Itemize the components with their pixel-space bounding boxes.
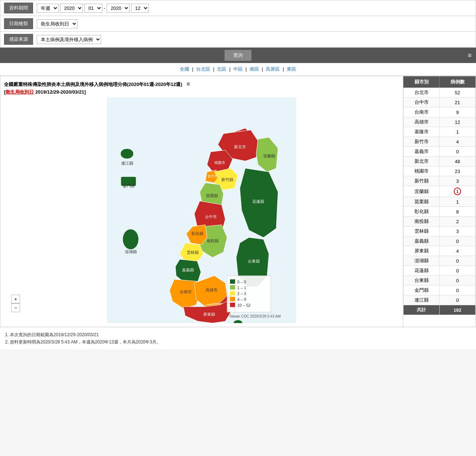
table-row: 桃園市23 (404, 166, 476, 176)
table-row: 澎湖縣0 (404, 256, 476, 266)
svg-text:2 – 3: 2 – 3 (237, 291, 246, 296)
date-type-select[interactable]: 衛生局收到日 發病日 (37, 19, 78, 28)
svg-point-1 (120, 149, 134, 159)
table-row: 新竹市4 (404, 137, 476, 147)
city-cell: 新竹縣 (404, 176, 440, 186)
map-title: 全國嚴重特殊傳染性肺炎本土病例及境外移入病例地理分佈(2020年01週-2020… (4, 80, 399, 96)
week-end-select[interactable]: 121110 (131, 4, 149, 13)
footnote-1: 1. 本次查詢的日期範圍為2019/12/29-2020/03/21 (5, 331, 471, 338)
period-row: 資料期間 年週 年月 202020192018 010203 - 2020201… (0, 0, 476, 16)
city-cell: 嘉義市 (404, 147, 440, 157)
dash: - (104, 5, 105, 11)
map-container: 連江縣 金門縣 澎湖縣 基隆市 新北市 宜蘭縣 (4, 97, 399, 323)
period-value: 年週 年月 202020192018 010203 - 202020192018… (37, 4, 149, 13)
source-row: 感染來源 本土病例及境外移入病例 本土病例 境外移入病例 (0, 32, 476, 47)
taiwan-map-svg[interactable]: 連江縣 金門縣 澎湖縣 基隆市 新北市 宜蘭縣 (4, 97, 399, 323)
nav-taipei-region[interactable]: 台北區 (196, 66, 210, 72)
svg-text:嘉義縣: 嘉義縣 (182, 268, 194, 272)
svg-text:連江縣: 連江縣 (121, 161, 133, 165)
count-cell: 0 (440, 276, 476, 286)
table-row: 高雄市12 (404, 117, 476, 127)
svg-text:花蓮縣: 花蓮縣 (252, 199, 264, 204)
nav-north[interactable]: 北區 (217, 66, 226, 72)
source-label: 感染來源 (4, 34, 33, 45)
svg-text:0 – 0: 0 – 0 (237, 280, 246, 284)
table-row: 連江縣0 (404, 295, 476, 305)
source-select[interactable]: 本土病例及境外移入病例 本土病例 境外移入病例 (37, 35, 101, 44)
zoom-out-button[interactable]: − (11, 303, 20, 312)
svg-text:雲林縣: 雲林縣 (187, 250, 199, 255)
svg-text:澎湖縣: 澎湖縣 (125, 249, 137, 254)
city-cell: 連江縣 (404, 295, 440, 305)
table-row: 嘉義市0 (404, 147, 476, 157)
svg-text:新竹縣: 新竹縣 (221, 177, 233, 182)
title-menu-icon[interactable]: ≡ (186, 81, 190, 87)
count-cell: 3 (440, 176, 476, 186)
count-cell: 0 (440, 236, 476, 246)
svg-text:10 – 52: 10 – 52 (237, 303, 251, 307)
count-cell: 23 (440, 166, 476, 176)
svg-text:苗栗縣: 苗栗縣 (206, 193, 218, 198)
count-cell: 52 (440, 88, 476, 98)
nav-all[interactable]: 全國 (180, 66, 189, 72)
svg-text:桃園市: 桃園市 (214, 161, 225, 165)
data-table: 縣市別 病例數 台北市52台中市21台南市9高雄市12基隆市1新竹市4嘉義市0新… (403, 76, 476, 315)
top-controls: 資料期間 年週 年月 202020192018 010203 - 2020201… (0, 0, 476, 48)
city-cell: 基隆市 (404, 127, 440, 137)
svg-rect-26 (230, 279, 235, 284)
city-cell: 台東縣 (404, 276, 440, 286)
table-row: 共計192 (404, 305, 476, 315)
count-cell: 4 (440, 137, 476, 147)
city-cell: 花蓮縣 (404, 266, 440, 276)
period-type-select[interactable]: 年週 年月 (37, 4, 59, 13)
table-row: 新北市48 (404, 157, 476, 166)
svg-point-5 (123, 229, 139, 249)
city-cell: 嘉義縣 (404, 236, 440, 246)
query-button[interactable]: 查詢 (225, 50, 251, 61)
city-cell: 金門縣 (404, 286, 440, 295)
hamburger-icon[interactable]: ≡ (468, 52, 472, 59)
table-row: 南投縣2 (404, 217, 476, 227)
city-cell: 新竹市 (404, 137, 440, 147)
table-header-row: 縣市別 病例數 (404, 76, 476, 88)
city-cell: 宜蘭縣 (404, 186, 440, 197)
city-cell: 共計 (404, 305, 440, 315)
city-cell: 高雄市 (404, 117, 440, 127)
zoom-controls: + − (11, 295, 20, 312)
city-cell: 苗栗縣 (404, 197, 440, 207)
nav-south[interactable]: 南區 (250, 66, 259, 72)
year-start-select[interactable]: 202020192018 (60, 4, 83, 13)
nav-east[interactable]: 東區 (287, 66, 296, 72)
nav-central[interactable]: 中區 (233, 66, 243, 72)
count-cell: 9 (440, 107, 476, 117)
week-start-select[interactable]: 010203 (84, 4, 102, 13)
table-row: 屏東縣4 (404, 246, 476, 256)
date-type-label: 日期種類 (4, 18, 33, 29)
count-cell: 3 (440, 227, 476, 236)
city-cell: 彰化縣 (404, 207, 440, 217)
svg-text:新北市: 新北市 (234, 145, 246, 149)
nav-kaoping[interactable]: 高屏區 (266, 66, 280, 72)
footnote-2: 2. 資料更新時間為2020/3/28 5:43 AM，本週為2020年13週，… (5, 338, 471, 346)
table-row: 雲林縣3 (404, 227, 476, 236)
period-label: 資料期間 (4, 3, 33, 13)
query-bar: 查詢 ≡ (0, 48, 476, 63)
table-row: 台南市9 (404, 107, 476, 117)
table-row: 台東縣0 (404, 276, 476, 286)
year-end-select[interactable]: 202020192018 (107, 4, 130, 13)
table-row: 彰化縣8 (404, 207, 476, 217)
count-cell: 0 (440, 295, 476, 305)
zoom-in-button[interactable]: + (11, 295, 20, 303)
city-cell: 新北市 (404, 157, 440, 166)
map-date-range: [衛生局收到日 2019/12/29-2020/03/21] (4, 89, 86, 95)
city-cell: 台南市 (404, 107, 440, 117)
count-cell: 1 (440, 197, 476, 207)
svg-text:宜蘭縣: 宜蘭縣 (263, 154, 275, 158)
map-section: 全國嚴重特殊傳染性肺炎本土病例及境外移入病例地理分佈(2020年01週-2020… (0, 76, 403, 327)
count-cell: 1 (440, 186, 476, 197)
circled-value: 1 (454, 188, 461, 195)
table-row: 新竹縣3 (404, 176, 476, 186)
city-cell: 台北市 (404, 88, 440, 98)
date-type-underlined: 衛生局收到日 (5, 89, 34, 95)
svg-rect-28 (230, 285, 235, 290)
